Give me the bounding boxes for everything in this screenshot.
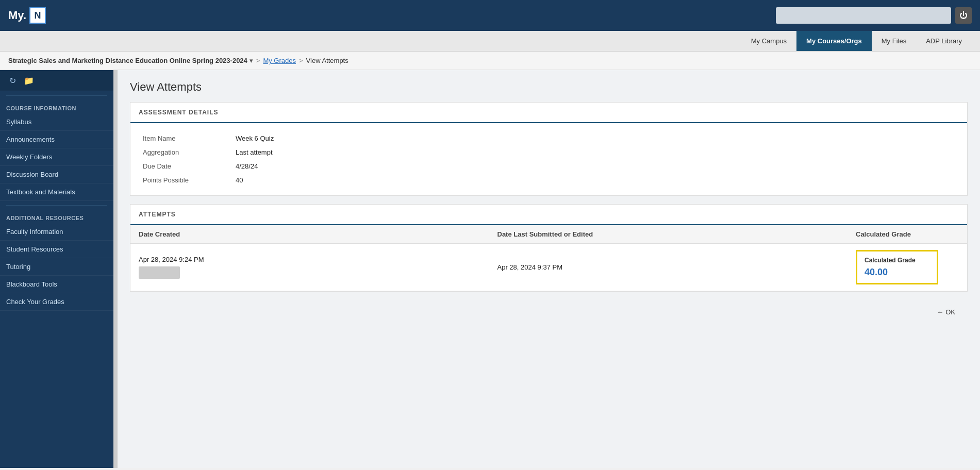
due-date-value: 4/28/24 [236, 162, 258, 170]
top-header: My. N ⏻ [0, 0, 980, 31]
detail-aggregation-row: Aggregation Last attempt [139, 145, 959, 159]
folder-icon[interactable]: 📁 [23, 74, 35, 87]
breadcrumb-sep2: > [299, 57, 303, 64]
grade-header-text: Calculated Grade [865, 257, 929, 264]
ok-area: ← OK [130, 300, 968, 324]
col-header-calculated-grade: Calculated Grade [856, 230, 959, 238]
tab-adp-library[interactable]: ADP Library [916, 31, 972, 51]
page-title: View Attempts [130, 80, 968, 94]
grade-highlight-box: Calculated Grade 40.00 [856, 250, 938, 284]
detail-points-possible-row: Points Possible 40 [139, 173, 959, 187]
assessment-details-header: ASSESSMENT DETAILS [130, 103, 967, 123]
tab-my-courses[interactable]: My Courses/Orgs [796, 31, 872, 51]
item-name-label: Item Name [143, 135, 236, 142]
attempts-column-headers: Date Created Date Last Submitted or Edit… [130, 225, 967, 244]
sidebar-item-check-grades[interactable]: Check Your Grades [0, 293, 113, 311]
sidebar-resize-handle[interactable] [113, 70, 118, 468]
aggregation-value: Last attempt [236, 148, 273, 156]
col-header-date-submitted: Date Last Submitted or Edited [497, 230, 856, 238]
breadcrumb-sep1: > [256, 57, 260, 64]
breadcrumb-course: Strategic Sales and Marketing Distance E… [8, 57, 247, 64]
points-possible-value: 40 [236, 176, 243, 184]
nav-tabs: My Campus My Courses/Orgs My Files ADP L… [0, 31, 980, 52]
refresh-icon[interactable]: ↻ [6, 74, 19, 87]
sidebar: ↻ 📁 COURSE INFORMATION Syllabus Announce… [0, 70, 113, 468]
sidebar-item-discussion-board[interactable]: Discussion Board [0, 166, 113, 183]
breadcrumb-current: View Attempts [306, 57, 348, 64]
ok-label: OK [945, 308, 955, 316]
detail-item-name-row: Item Name Week 6 Quiz [139, 131, 959, 145]
header-search-box [776, 7, 951, 24]
sidebar-tools: ↻ 📁 [0, 70, 113, 91]
breadcrumb: Strategic Sales and Marketing Distance E… [0, 52, 980, 70]
breadcrumb-dropdown-icon[interactable]: ▾ [250, 57, 253, 64]
points-possible-label: Points Possible [143, 176, 236, 184]
item-name-value: Week 6 Quiz [236, 135, 274, 142]
sidebar-item-tutoring[interactable]: Tutoring [0, 258, 113, 276]
grade-value: 40.00 [865, 267, 929, 278]
attempt-action-button[interactable] [139, 266, 180, 279]
assessment-details-content: Item Name Week 6 Quiz Aggregation Last a… [130, 123, 967, 195]
attempts-section: ATTEMPTS Date Created Date Last Submitte… [130, 204, 968, 292]
sidebar-item-weekly-folders[interactable]: Weekly Folders [0, 148, 113, 166]
attempt-date-submitted: Apr 28, 2024 9:37 PM [497, 263, 856, 271]
logo-n-box: N [29, 7, 46, 24]
sidebar-item-student-resources[interactable]: Student Resources [0, 241, 113, 258]
logo-my-text: My. [8, 9, 26, 22]
detail-due-date-row: Due Date 4/28/24 [139, 159, 959, 173]
course-info-section-label: COURSE INFORMATION [0, 100, 113, 113]
sidebar-item-syllabus[interactable]: Syllabus [0, 113, 113, 131]
sidebar-divider-mid [6, 205, 107, 206]
logo-area: My. N [8, 7, 46, 24]
assessment-details-section: ASSESSMENT DETAILS Item Name Week 6 Quiz… [130, 102, 968, 196]
col-header-date-created: Date Created [139, 230, 497, 238]
attempt-date-created: Apr 28, 2024 9:24 PM [139, 256, 497, 279]
aggregation-label: Aggregation [143, 148, 236, 156]
tab-my-files[interactable]: My Files [872, 31, 916, 51]
power-button[interactable]: ⏻ [955, 7, 972, 24]
header-right: ⏻ [776, 7, 972, 24]
additional-resources-label: ADDITIONAL RESOURCES [0, 210, 113, 223]
due-date-label: Due Date [143, 162, 236, 170]
ok-arrow: ← [937, 308, 943, 316]
sidebar-item-textbook-materials[interactable]: Textbook and Materials [0, 183, 113, 201]
attempts-header: ATTEMPTS [130, 205, 967, 225]
breadcrumb-grades-link[interactable]: My Grades [263, 57, 296, 64]
sidebar-item-faculty-info[interactable]: Faculty Information [0, 223, 113, 241]
sidebar-item-announcements[interactable]: Announcements [0, 131, 113, 148]
ok-button[interactable]: ← OK [937, 308, 955, 316]
sidebar-divider-top [6, 95, 107, 96]
content-area: View Attempts ASSESSMENT DETAILS Item Na… [118, 70, 980, 468]
attempt-grade-cell: Calculated Grade 40.00 [856, 250, 959, 284]
sidebar-item-blackboard-tools[interactable]: Blackboard Tools [0, 276, 113, 293]
tab-my-campus[interactable]: My Campus [741, 31, 796, 51]
attempt-row: Apr 28, 2024 9:24 PM Apr 28, 2024 9:37 P… [130, 244, 967, 291]
main-layout: ↻ 📁 COURSE INFORMATION Syllabus Announce… [0, 70, 980, 468]
